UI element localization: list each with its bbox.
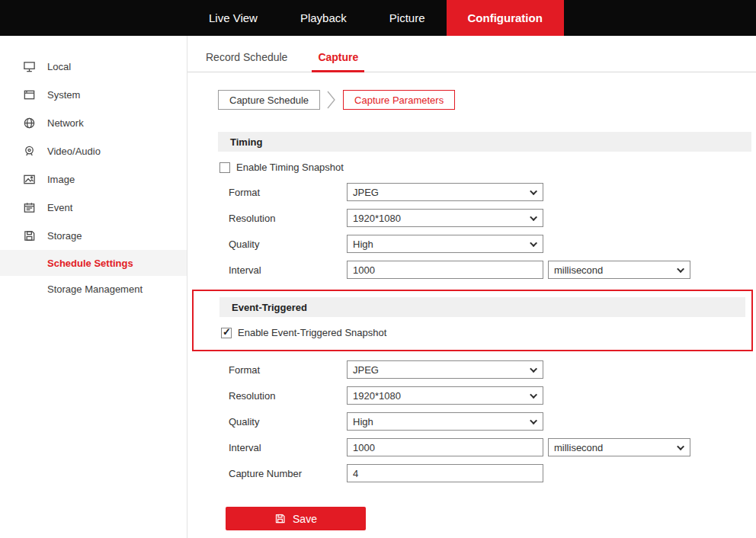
main-content: Record Schedule Capture Capture Schedule… xyxy=(187,36,756,538)
sidebar-item-system[interactable]: System xyxy=(0,81,187,109)
event-interval-unit-select[interactable]: millisecond xyxy=(548,438,690,456)
sidebar-item-label: System xyxy=(47,89,80,101)
timing-quality-row: Quality High xyxy=(218,235,751,253)
sidebar-subitem-label: Storage Management xyxy=(47,283,143,295)
sidebar-item-label: Network xyxy=(47,117,84,129)
sidebar-item-label: Event xyxy=(47,202,72,213)
sidebar-item-storage[interactable]: Storage xyxy=(0,222,187,250)
timing-format-label: Format xyxy=(229,187,347,198)
subtab-capture-parameters[interactable]: Capture Parameters xyxy=(343,90,455,110)
chevron-down-icon xyxy=(677,443,684,450)
sidebar-item-label: Local xyxy=(47,61,71,72)
event-format-row: Format JPEG xyxy=(218,360,751,379)
event-resolution-value: 1920*1080 xyxy=(353,390,401,402)
event-format-value: JPEG xyxy=(353,364,379,376)
event-quality-select[interactable]: High xyxy=(347,412,543,431)
enable-event-triggered-snapshot-row: Enable Event-Triggered Snapshot xyxy=(221,327,745,338)
event-format-label: Format xyxy=(229,364,347,376)
storage-icon xyxy=(23,229,36,242)
enable-event-triggered-snapshot-label: Enable Event-Triggered Snapshot xyxy=(238,327,386,338)
enable-event-triggered-snapshot-checkbox[interactable] xyxy=(221,328,232,338)
timing-format-row: Format JPEG xyxy=(218,183,751,201)
timing-interval-unit-select[interactable]: millisecond xyxy=(548,261,690,279)
chevron-down-icon xyxy=(530,365,537,373)
sidebar-item-label: Image xyxy=(47,174,75,185)
timing-interval-label: Interval xyxy=(229,264,347,276)
chevron-down-icon xyxy=(530,213,537,221)
enable-timing-snapshot-label: Enable Timing Snapshot xyxy=(236,162,344,173)
system-icon xyxy=(23,88,36,101)
capture-number-label: Capture Number xyxy=(229,468,347,479)
sidebar-item-event[interactable]: Event xyxy=(0,194,187,222)
event-format-select[interactable]: JPEG xyxy=(347,360,543,379)
timing-quality-select[interactable]: High xyxy=(347,235,543,253)
chevron-down-icon xyxy=(530,187,537,195)
event-resolution-label: Resolution xyxy=(229,390,347,402)
sidebar: Local System Network Video/Audio Image xyxy=(0,36,187,538)
sidebar-item-label: Storage xyxy=(47,230,82,242)
enable-timing-snapshot-row: Enable Timing Snapshot xyxy=(219,162,751,173)
sidebar-item-network[interactable]: Network xyxy=(0,109,187,137)
timing-interval-input[interactable] xyxy=(347,261,543,279)
capture-parameters-form: Timing Enable Timing Snapshot Format JPE… xyxy=(218,132,751,530)
sidebar-item-local[interactable]: Local xyxy=(0,53,187,81)
nav-configuration[interactable]: Configuration xyxy=(447,0,564,36)
timing-resolution-label: Resolution xyxy=(229,213,347,224)
timing-format-select[interactable]: JPEG xyxy=(347,183,543,201)
event-quality-label: Quality xyxy=(229,416,347,428)
nav-picture[interactable]: Picture xyxy=(368,0,447,36)
save-icon xyxy=(274,513,286,524)
event-interval-row: Interval millisecond xyxy=(218,438,751,456)
timing-interval-row: Interval millisecond xyxy=(218,261,751,279)
sidebar-item-label: Video/Audio xyxy=(47,146,101,157)
capture-number-input[interactable] xyxy=(347,464,543,482)
save-button-label: Save xyxy=(293,513,317,525)
sidebar-item-video-audio[interactable]: Video/Audio xyxy=(0,137,187,165)
sidebar-item-schedule-settings[interactable]: Schedule Settings xyxy=(0,250,187,276)
enable-timing-snapshot-checkbox[interactable] xyxy=(219,162,230,173)
chevron-down-icon xyxy=(677,265,684,273)
nav-playback[interactable]: Playback xyxy=(279,0,368,36)
event-icon xyxy=(23,201,36,214)
chevron-down-icon xyxy=(530,239,537,247)
subtab-capture-schedule[interactable]: Capture Schedule xyxy=(218,90,320,110)
tab-capture[interactable]: Capture xyxy=(309,46,367,72)
nav-live-view[interactable]: Live View xyxy=(187,0,279,36)
top-nav-bar: Live View Playback Picture Configuration xyxy=(0,0,756,36)
chevron-down-icon xyxy=(530,391,537,399)
event-triggered-section-header: Event-Triggered xyxy=(219,297,745,317)
event-quality-row: Quality High xyxy=(218,412,751,431)
event-quality-value: High xyxy=(353,416,373,428)
timing-section-header: Timing xyxy=(218,132,751,152)
event-resolution-row: Resolution 1920*1080 xyxy=(218,386,751,405)
event-interval-unit-value: millisecond xyxy=(554,442,603,453)
event-interval-label: Interval xyxy=(229,442,347,453)
timing-interval-unit-value: millisecond xyxy=(554,264,603,276)
timing-resolution-value: 1920*1080 xyxy=(353,213,401,224)
image-icon xyxy=(23,173,36,186)
chevron-right-icon xyxy=(326,89,337,110)
timing-resolution-row: Resolution 1920*1080 xyxy=(218,209,751,227)
tab-record-schedule[interactable]: Record Schedule xyxy=(197,46,296,72)
capture-number-row: Capture Number xyxy=(218,464,751,482)
chevron-down-icon xyxy=(530,417,537,424)
video-audio-icon xyxy=(23,145,36,158)
timing-format-value: JPEG xyxy=(353,187,379,198)
event-triggered-highlight-box: Event-Triggered Enable Event-Triggered S… xyxy=(192,290,753,351)
sidebar-item-image[interactable]: Image xyxy=(0,165,187,194)
event-resolution-select[interactable]: 1920*1080 xyxy=(347,386,543,405)
network-icon xyxy=(23,117,36,130)
tab-bar: Record Schedule Capture xyxy=(187,36,756,72)
save-button[interactable]: Save xyxy=(226,507,366,530)
sidebar-subitem-label: Schedule Settings xyxy=(47,258,133,269)
timing-resolution-select[interactable]: 1920*1080 xyxy=(347,209,543,227)
monitor-icon xyxy=(23,60,36,73)
timing-quality-value: High xyxy=(353,239,373,250)
sidebar-item-storage-management[interactable]: Storage Management xyxy=(0,276,187,302)
timing-quality-label: Quality xyxy=(229,239,347,250)
event-interval-input[interactable] xyxy=(347,438,543,456)
subtab-bar: Capture Schedule Capture Parameters xyxy=(218,89,756,110)
